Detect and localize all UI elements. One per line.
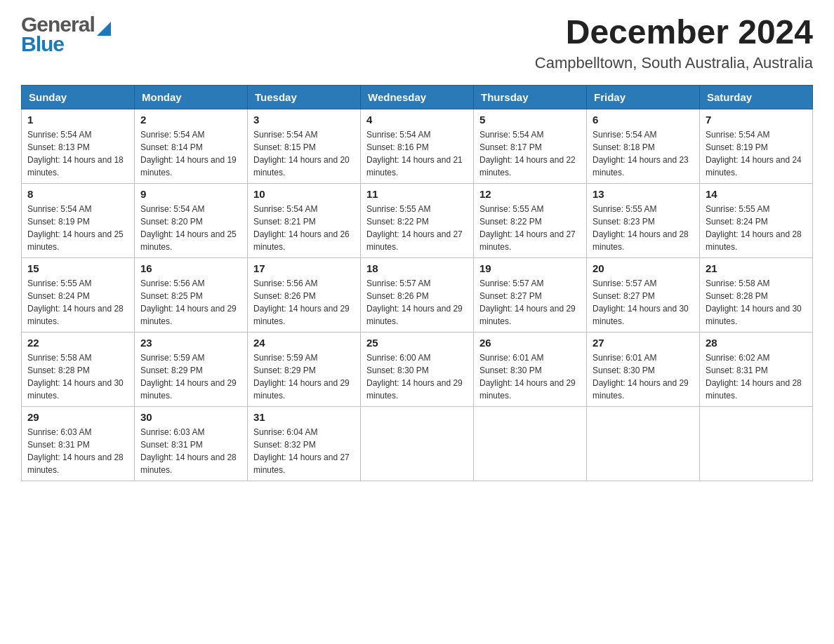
day-info: Sunrise: 6:01 AMSunset: 8:30 PMDaylight:… [593, 351, 694, 402]
day-number: 13 [593, 188, 694, 200]
day-number: 8 [27, 188, 128, 200]
calendar-week-4: 22 Sunrise: 5:58 AMSunset: 8:28 PMDaylig… [22, 332, 813, 406]
calendar-header: SundayMondayTuesdayWednesdayThursdayFrid… [22, 85, 813, 109]
day-info: Sunrise: 5:56 AMSunset: 8:25 PMDaylight:… [140, 277, 241, 328]
calendar-cell: 24 Sunrise: 5:59 AMSunset: 8:29 PMDaylig… [248, 332, 361, 406]
day-info: Sunrise: 5:59 AMSunset: 8:29 PMDaylight:… [253, 351, 355, 402]
day-number: 17 [253, 262, 355, 274]
calendar-cell [474, 406, 587, 481]
day-info: Sunrise: 6:00 AMSunset: 8:30 PMDaylight:… [366, 351, 468, 402]
day-info: Sunrise: 5:58 AMSunset: 8:28 PMDaylight:… [27, 351, 128, 402]
day-info: Sunrise: 5:56 AMSunset: 8:26 PMDaylight:… [253, 277, 355, 328]
calendar-cell: 4 Sunrise: 5:54 AMSunset: 8:16 PMDayligh… [361, 109, 474, 183]
day-info: Sunrise: 5:55 AMSunset: 8:22 PMDaylight:… [479, 203, 581, 253]
day-number: 20 [593, 262, 694, 274]
page-subtitle: Campbelltown, South Australia, Australia [535, 54, 813, 72]
calendar-week-3: 15 Sunrise: 5:55 AMSunset: 8:24 PMDaylig… [22, 257, 813, 332]
calendar-cell: 14 Sunrise: 5:55 AMSunset: 8:24 PMDaylig… [700, 183, 813, 257]
calendar-cell: 11 Sunrise: 5:55 AMSunset: 8:22 PMDaylig… [361, 183, 474, 257]
calendar-cell: 10 Sunrise: 5:54 AMSunset: 8:21 PMDaylig… [248, 183, 361, 257]
day-number: 4 [366, 114, 468, 126]
day-number: 18 [366, 262, 468, 274]
day-info: Sunrise: 6:02 AMSunset: 8:31 PMDaylight:… [706, 351, 807, 402]
calendar-cell: 27 Sunrise: 6:01 AMSunset: 8:30 PMDaylig… [587, 332, 700, 406]
day-info: Sunrise: 6:03 AMSunset: 8:31 PMDaylight:… [140, 426, 241, 476]
calendar-cell: 19 Sunrise: 5:57 AMSunset: 8:27 PMDaylig… [474, 257, 587, 332]
header-cell-monday: Monday [135, 85, 248, 109]
day-number: 7 [706, 114, 807, 126]
day-number: 6 [593, 114, 694, 126]
header-cell-saturday: Saturday [700, 85, 813, 109]
day-info: Sunrise: 5:57 AMSunset: 8:27 PMDaylight:… [479, 277, 581, 328]
day-number: 15 [27, 262, 128, 274]
calendar-cell: 12 Sunrise: 5:55 AMSunset: 8:22 PMDaylig… [474, 183, 587, 257]
day-number: 23 [140, 337, 241, 349]
day-number: 14 [706, 188, 807, 200]
day-info: Sunrise: 5:55 AMSunset: 8:23 PMDaylight:… [593, 203, 694, 253]
logo: General Blue [21, 14, 111, 55]
page-header: General Blue December 2024 Campbelltown,… [21, 14, 813, 72]
calendar-cell: 28 Sunrise: 6:02 AMSunset: 8:31 PMDaylig… [700, 332, 813, 406]
calendar-cell: 2 Sunrise: 5:54 AMSunset: 8:14 PMDayligh… [135, 109, 248, 183]
calendar-table: SundayMondayTuesdayWednesdayThursdayFrid… [21, 85, 813, 481]
calendar-cell: 23 Sunrise: 5:59 AMSunset: 8:29 PMDaylig… [135, 332, 248, 406]
day-number: 12 [479, 188, 581, 200]
day-number: 1 [27, 114, 128, 126]
day-number: 26 [479, 337, 581, 349]
calendar-cell: 16 Sunrise: 5:56 AMSunset: 8:25 PMDaylig… [135, 257, 248, 332]
day-info: Sunrise: 5:54 AMSunset: 8:20 PMDaylight:… [140, 203, 241, 253]
calendar-week-1: 1 Sunrise: 5:54 AMSunset: 8:13 PMDayligh… [22, 109, 813, 183]
calendar-week-5: 29 Sunrise: 6:03 AMSunset: 8:31 PMDaylig… [22, 406, 813, 481]
day-info: Sunrise: 5:54 AMSunset: 8:21 PMDaylight:… [253, 203, 355, 253]
calendar-cell: 15 Sunrise: 5:55 AMSunset: 8:24 PMDaylig… [22, 257, 135, 332]
day-info: Sunrise: 5:55 AMSunset: 8:24 PMDaylight:… [706, 203, 807, 253]
day-info: Sunrise: 5:55 AMSunset: 8:22 PMDaylight:… [366, 203, 468, 253]
day-info: Sunrise: 5:54 AMSunset: 8:16 PMDaylight:… [366, 128, 468, 179]
day-info: Sunrise: 5:54 AMSunset: 8:17 PMDaylight:… [479, 128, 581, 179]
calendar-cell [587, 406, 700, 481]
day-number: 9 [140, 188, 241, 200]
day-info: Sunrise: 6:01 AMSunset: 8:30 PMDaylight:… [479, 351, 581, 402]
header-row: SundayMondayTuesdayWednesdayThursdayFrid… [22, 85, 813, 109]
day-number: 19 [479, 262, 581, 274]
day-number: 22 [27, 337, 128, 349]
calendar-cell [700, 406, 813, 481]
calendar-cell: 22 Sunrise: 5:58 AMSunset: 8:28 PMDaylig… [22, 332, 135, 406]
page-title: December 2024 [535, 14, 813, 51]
day-info: Sunrise: 6:04 AMSunset: 8:32 PMDaylight:… [253, 426, 355, 476]
calendar-cell: 3 Sunrise: 5:54 AMSunset: 8:15 PMDayligh… [248, 109, 361, 183]
day-info: Sunrise: 5:54 AMSunset: 8:14 PMDaylight:… [140, 128, 241, 179]
day-info: Sunrise: 5:54 AMSunset: 8:15 PMDaylight:… [253, 128, 355, 179]
calendar-cell: 9 Sunrise: 5:54 AMSunset: 8:20 PMDayligh… [135, 183, 248, 257]
day-number: 21 [706, 262, 807, 274]
header-cell-sunday: Sunday [22, 85, 135, 109]
day-info: Sunrise: 5:54 AMSunset: 8:18 PMDaylight:… [593, 128, 694, 179]
calendar-cell: 5 Sunrise: 5:54 AMSunset: 8:17 PMDayligh… [474, 109, 587, 183]
day-number: 30 [140, 411, 241, 423]
day-info: Sunrise: 5:57 AMSunset: 8:26 PMDaylight:… [366, 277, 468, 328]
day-info: Sunrise: 5:55 AMSunset: 8:24 PMDaylight:… [27, 277, 128, 328]
header-cell-thursday: Thursday [474, 85, 587, 109]
day-number: 11 [366, 188, 468, 200]
header-cell-tuesday: Tuesday [248, 85, 361, 109]
header-cell-wednesday: Wednesday [361, 85, 474, 109]
day-number: 3 [253, 114, 355, 126]
calendar-cell [361, 406, 474, 481]
calendar-cell: 31 Sunrise: 6:04 AMSunset: 8:32 PMDaylig… [248, 406, 361, 481]
day-number: 16 [140, 262, 241, 274]
day-number: 29 [27, 411, 128, 423]
header-cell-friday: Friday [587, 85, 700, 109]
day-number: 10 [253, 188, 355, 200]
calendar-cell: 17 Sunrise: 5:56 AMSunset: 8:26 PMDaylig… [248, 257, 361, 332]
calendar-cell: 1 Sunrise: 5:54 AMSunset: 8:13 PMDayligh… [22, 109, 135, 183]
calendar-body: 1 Sunrise: 5:54 AMSunset: 8:13 PMDayligh… [22, 109, 813, 481]
title-block: December 2024 Campbelltown, South Austra… [535, 14, 813, 72]
day-number: 28 [706, 337, 807, 349]
day-number: 5 [479, 114, 581, 126]
calendar-cell: 26 Sunrise: 6:01 AMSunset: 8:30 PMDaylig… [474, 332, 587, 406]
day-number: 2 [140, 114, 241, 126]
calendar-cell: 20 Sunrise: 5:57 AMSunset: 8:27 PMDaylig… [587, 257, 700, 332]
calendar-cell: 6 Sunrise: 5:54 AMSunset: 8:18 PMDayligh… [587, 109, 700, 183]
calendar-cell: 25 Sunrise: 6:00 AMSunset: 8:30 PMDaylig… [361, 332, 474, 406]
calendar-cell: 7 Sunrise: 5:54 AMSunset: 8:19 PMDayligh… [700, 109, 813, 183]
